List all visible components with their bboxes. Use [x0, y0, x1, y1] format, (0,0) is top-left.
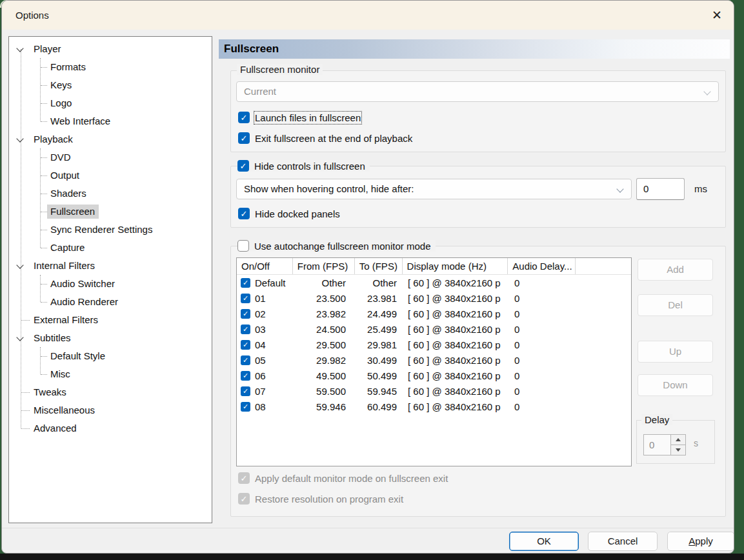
table-row[interactable]: ✓ 08 59.946 60.499 [ 60 ] @ 3840x2160 p …: [237, 399, 631, 414]
fullscreen-page: Fullscreen Fullscreen monitor Current ✓ …: [217, 1, 734, 554]
window-title: Options: [15, 1, 49, 30]
sidebar-item-miscellaneous[interactable]: Miscellaneous: [9, 401, 212, 419]
checkbox-checked-icon[interactable]: ✓: [237, 160, 249, 172]
tree-connector-line: [40, 347, 41, 374]
fullscreen-monitor-group-label: Fullscreen monitor: [237, 64, 323, 75]
hide-docked-panels-checkbox[interactable]: ✓ Hide docked panels: [238, 208, 340, 219]
table-row[interactable]: ✓ 03 24.500 25.499 [ 60 ] @ 3840x2160 p …: [237, 321, 631, 337]
checkbox-checked-icon[interactable]: ✓: [238, 112, 250, 123]
hide-controls-checkbox[interactable]: ✓ Hide controls in fullscreen: [237, 160, 370, 172]
hide-docked-panels-label: Hide docked panels: [255, 208, 340, 219]
row-checkbox-checked-icon[interactable]: ✓: [241, 386, 250, 396]
add-button[interactable]: Add: [638, 259, 713, 281]
restore-resolution-checkbox: ✓ Restore resolution on program exit: [238, 493, 403, 505]
apply-button[interactable]: Apply: [667, 532, 734, 551]
col-from-fps[interactable]: From (FPS): [293, 258, 355, 274]
options-dialog: Options ✕ Player Formats Keys Logo Web I…: [1, 0, 734, 554]
checkbox-checked-icon[interactable]: ✓: [238, 208, 250, 219]
del-button[interactable]: Del: [638, 294, 713, 316]
delay-group: Delay 0 s: [636, 420, 715, 464]
hide-policy-select-value: Show when hovering control, hide after:: [244, 183, 414, 194]
sidebar-item-internal-filters[interactable]: Internal Filters: [9, 257, 212, 275]
chevron-down-icon[interactable]: [16, 45, 23, 52]
footer-separator: [2, 528, 734, 528]
delay-group-label: Delay: [641, 414, 672, 425]
table-row[interactable]: ✓ 06 49.500 50.499 [ 60 ] @ 3840x2160 p …: [237, 368, 631, 383]
row-checkbox-checked-icon[interactable]: ✓: [241, 294, 250, 303]
table-body: ✓ Default Other Other [ 60 ] @ 3840x2160…: [237, 275, 631, 414]
table-row[interactable]: ✓ 01 23.500 23.981 [ 60 ] @ 3840x2160 p …: [237, 290, 631, 306]
tree-connector-line: [40, 58, 41, 121]
down-button[interactable]: Down: [638, 374, 713, 396]
chevron-down-icon: [616, 185, 623, 192]
chevron-down-icon[interactable]: [16, 334, 23, 341]
page-title: Fullscreen: [219, 39, 730, 59]
autochange-label: Use autochange fullscreen monitor mode: [254, 241, 431, 252]
checkbox-checked-disabled-icon: ✓: [238, 472, 250, 484]
monitor-modes-table[interactable]: On/Off From (FPS) To (FPS) Display mode …: [236, 257, 632, 466]
autochange-checkbox[interactable]: ✓ Use autochange fullscreen monitor mode: [237, 240, 436, 252]
tree-connector-line: [40, 275, 41, 302]
apply-default-mode-label: Apply default monitor mode on fullscreen…: [255, 473, 448, 484]
row-checkbox-checked-icon[interactable]: ✓: [241, 371, 250, 381]
sidebar-item-playback[interactable]: Playback: [9, 130, 212, 148]
checkbox-unchecked-icon[interactable]: ✓: [237, 240, 249, 252]
exit-fullscreen-label: Exit fullscreen at the end of playback: [255, 133, 412, 144]
hide-delay-value: 0: [643, 183, 648, 194]
table-row[interactable]: ✓ 04 29.500 29.981 [ 60 ] @ 3840x2160 p …: [237, 337, 631, 352]
row-checkbox-checked-icon[interactable]: ✓: [241, 309, 250, 319]
monitor-select[interactable]: Current: [236, 81, 719, 102]
row-checkbox-checked-icon[interactable]: ✓: [241, 325, 250, 334]
spinner-down-icon[interactable]: [671, 445, 685, 455]
row-checkbox-checked-icon[interactable]: ✓: [241, 402, 250, 412]
chevron-down-icon[interactable]: [16, 135, 23, 142]
settings-tree-list: Player Formats Keys Logo Web Interface P…: [9, 37, 212, 437]
restore-resolution-label: Restore resolution on program exit: [255, 494, 403, 505]
hide-controls-label: Hide controls in fullscreen: [254, 161, 365, 172]
launch-fullscreen-label: Launch files in fullscreen: [255, 112, 361, 123]
sidebar-item-player[interactable]: Player: [9, 40, 212, 58]
hide-policy-select[interactable]: Show when hovering control, hide after:: [236, 179, 632, 199]
col-audio-delay[interactable]: Audio Delay...: [508, 258, 576, 274]
launch-fullscreen-checkbox[interactable]: ✓ Launch files in fullscreen: [238, 112, 361, 123]
spinner-up-icon[interactable]: [671, 435, 685, 445]
chevron-down-icon: [703, 88, 710, 95]
hide-delay-input[interactable]: 0: [636, 178, 685, 200]
row-checkbox-checked-icon[interactable]: ✓: [241, 278, 250, 288]
table-row[interactable]: ✓ 02 23.982 24.499 [ 60 ] @ 3840x2160 p …: [237, 306, 631, 321]
sidebar-item-subtitles[interactable]: Subtitles: [9, 329, 212, 347]
monitor-select-value: Current: [244, 86, 276, 97]
ms-unit-label: ms: [694, 183, 707, 194]
table-header: On/Off From (FPS) To (FPS) Display mode …: [237, 258, 631, 275]
delay-spinner-value: 0: [644, 435, 670, 455]
sidebar-item-tweaks[interactable]: Tweaks: [9, 383, 212, 401]
sidebar-item-external-filters[interactable]: External Filters: [9, 311, 212, 329]
col-display-mode[interactable]: Display mode (Hz): [403, 258, 508, 274]
apply-default-mode-checkbox: ✓ Apply default monitor mode on fullscre…: [238, 472, 448, 484]
desktop-background-strip: [0, 554, 744, 560]
table-row[interactable]: ✓ Default Other Other [ 60 ] @ 3840x2160…: [237, 275, 631, 290]
tree-connector-line: [40, 148, 41, 248]
checkbox-checked-icon[interactable]: ✓: [238, 132, 250, 144]
col-filler: [576, 258, 631, 274]
row-checkbox-checked-icon[interactable]: ✓: [241, 355, 250, 365]
chevron-down-icon[interactable]: [16, 261, 23, 268]
checkbox-checked-disabled-icon: ✓: [238, 493, 250, 505]
sidebar-item-advanced[interactable]: Advanced: [9, 419, 212, 437]
up-button[interactable]: Up: [638, 341, 713, 363]
table-row[interactable]: ✓ 07 59.500 59.945 [ 60 ] @ 3840x2160 p …: [237, 383, 631, 399]
table-row[interactable]: ✓ 05 29.982 30.499 [ 60 ] @ 3840x2160 p …: [237, 352, 631, 368]
exit-fullscreen-checkbox[interactable]: ✓ Exit fullscreen at the end of playback: [238, 132, 412, 144]
ok-button[interactable]: OK: [509, 532, 579, 551]
col-to-fps[interactable]: To (FPS): [355, 258, 403, 274]
seconds-unit-label: s: [694, 438, 698, 448]
settings-tree[interactable]: Player Formats Keys Logo Web Interface P…: [8, 36, 212, 523]
cancel-button[interactable]: Cancel: [588, 532, 658, 551]
row-checkbox-checked-icon[interactable]: ✓: [241, 340, 250, 350]
col-onoff[interactable]: On/Off: [237, 258, 293, 274]
delay-spinner[interactable]: 0: [643, 434, 686, 455]
